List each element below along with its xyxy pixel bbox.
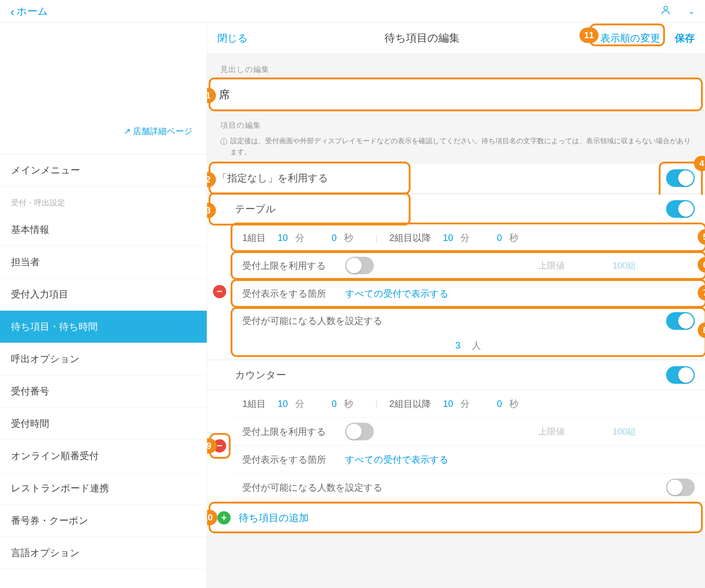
- item-name-label: カウンター: [217, 368, 666, 382]
- back-button[interactable]: ‹ ホーム: [10, 4, 48, 18]
- back-label: ホーム: [17, 4, 48, 18]
- sidebar-item-call[interactable]: 呼出オプション: [0, 343, 207, 375]
- sidebar-item-input[interactable]: 受付入力項目: [0, 278, 207, 311]
- capacity-toggle[interactable]: [666, 312, 695, 330]
- annotation-10: 10: [207, 510, 217, 525]
- display-where-value[interactable]: すべての受付で表示する: [345, 288, 449, 300]
- svg-point-0: [664, 6, 668, 10]
- heading-input[interactable]: [207, 80, 705, 110]
- sidebar: ↗店舗詳細ページ メインメニュー 受付・呼出設定 基本情報 担当者 受付入力項目…: [0, 23, 207, 588]
- remove-item-button[interactable]: −: [213, 285, 226, 298]
- sidebar-item-time[interactable]: 受付時間: [0, 408, 207, 440]
- sidebar-item-restaurant[interactable]: レストランボード連携: [0, 472, 207, 505]
- sidebar-main-menu[interactable]: メインメニュー: [0, 154, 207, 187]
- limit-value[interactable]: 100組: [612, 260, 636, 271]
- limit-row: 受付上限を利用する 上限値 100組: [232, 252, 705, 280]
- item-row-counter: カウンター: [207, 361, 705, 390]
- main-header: 閉じる 待ち項目の編集 表示順の変更 保存 11: [207, 23, 705, 54]
- external-link-icon: ↗: [124, 126, 131, 136]
- heading-section-label: 見出しの編集: [207, 54, 705, 80]
- capacity-toggle[interactable]: [666, 479, 695, 496]
- first-sec-input[interactable]: 0: [322, 232, 337, 243]
- page-title: 待ち項目の編集: [384, 31, 460, 46]
- use-unspecified-toggle[interactable]: [666, 169, 695, 187]
- after-sec-input[interactable]: 0: [487, 398, 502, 409]
- capacity-row: 受付が可能になる人数を設定する 3 人: [232, 308, 705, 359]
- after-min-input[interactable]: 10: [438, 232, 453, 243]
- remove-item-button[interactable]: −: [213, 439, 226, 452]
- item-row-table: テーブル: [207, 195, 705, 224]
- after-min-input[interactable]: 10: [438, 398, 453, 409]
- limit-toggle[interactable]: [345, 423, 374, 440]
- first-sec-input[interactable]: 0: [322, 398, 337, 409]
- store-details-link[interactable]: ↗店舗詳細ページ: [124, 126, 193, 136]
- chevron-left-icon: ‹: [10, 5, 14, 18]
- items-info: ⓘ 設定後は、受付画面や外部ディスプレイモードなどの表示を確認してください。待ち…: [207, 136, 705, 164]
- sidebar-item-number[interactable]: 受付番号: [0, 375, 207, 408]
- display-where-row[interactable]: 受付表示をする箇所 すべての受付で表示する: [232, 280, 705, 308]
- topbar-right: ⌄: [660, 4, 695, 18]
- sidebar-section-label: 受付・呼出設定: [0, 187, 207, 214]
- use-unspecified-row: 「指定なし」を利用する: [207, 164, 705, 193]
- limit-value[interactable]: 100組: [612, 426, 636, 437]
- display-where-row[interactable]: 受付表示をする箇所 すべての受付で表示する: [232, 446, 705, 474]
- sidebar-item-lang[interactable]: 言語オプション: [0, 537, 207, 569]
- time-row: 1組目 10 分 0 秒 | 2組目以降 10 分 0 秒: [232, 390, 705, 418]
- first-min-input[interactable]: 10: [273, 398, 288, 409]
- main-panel: 閉じる 待ち項目の編集 表示順の変更 保存 11 見出しの編集 1 項目の編集 …: [207, 23, 705, 588]
- limit-placeholder: 上限値: [538, 260, 565, 271]
- item-name-label: テーブル: [217, 202, 666, 216]
- sidebar-item-online[interactable]: オンライン順番受付: [0, 440, 207, 472]
- save-button[interactable]: 保存: [675, 32, 695, 45]
- plus-icon: +: [217, 511, 231, 524]
- use-unspecified-label: 「指定なし」を利用する: [217, 172, 666, 185]
- close-button[interactable]: 閉じる: [217, 32, 248, 45]
- after-sec-input[interactable]: 0: [487, 232, 502, 243]
- info-icon: ⓘ: [220, 136, 227, 147]
- chevron-down-icon[interactable]: ⌄: [688, 7, 695, 16]
- item-enable-toggle[interactable]: [666, 366, 695, 384]
- sidebar-item-basic[interactable]: 基本情報: [0, 214, 207, 246]
- capacity-value-input[interactable]: 3: [446, 340, 460, 351]
- time-row: 1組目 10 分 0 秒 | 2組目以降 10 分 0 秒: [232, 224, 705, 252]
- top-bar: ‹ ホーム ⌄: [0, 0, 705, 23]
- first-min-input[interactable]: 10: [273, 232, 288, 243]
- limit-row: 受付上限を利用する 上限値 100組: [232, 418, 705, 446]
- sidebar-item-staff[interactable]: 担当者: [0, 246, 207, 278]
- capacity-row-off: 受付が可能になる人数を設定する: [232, 474, 705, 502]
- add-item-button[interactable]: + 待ち項目の追加 10: [207, 503, 705, 533]
- sidebar-item-ticket[interactable]: 番号券・クーポン: [0, 505, 207, 537]
- item-enable-toggle[interactable]: [666, 200, 695, 218]
- sort-change-button[interactable]: 表示順の変更: [596, 29, 665, 47]
- user-icon[interactable]: [660, 4, 671, 18]
- store-details-link-wrap: ↗店舗詳細ページ: [0, 23, 207, 154]
- limit-toggle[interactable]: [345, 257, 374, 274]
- items-section-label: 項目の編集: [207, 110, 705, 136]
- sidebar-item-wait[interactable]: 待ち項目・待ち時間: [0, 311, 207, 343]
